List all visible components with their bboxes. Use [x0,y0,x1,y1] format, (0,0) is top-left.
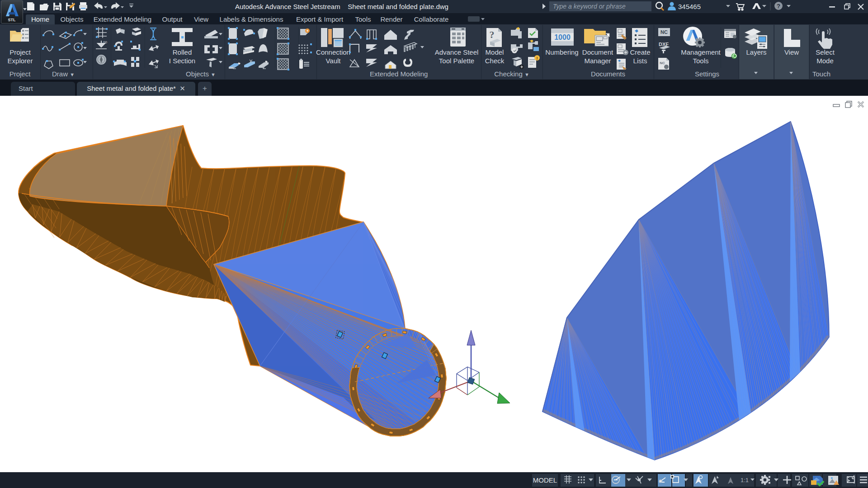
svg-text:?: ? [490,29,495,40]
svg-text:STL: STL [8,18,16,22]
svg-text:NC: NC [660,29,668,35]
svg-text:1000: 1000 [554,33,571,41]
svg-text:00: 00 [103,40,107,44]
svg-text:?: ? [777,3,780,9]
svg-text:1:1: 1:1 [741,477,749,483]
svg-text:NC: NC [660,61,665,65]
svg-text:!: ! [537,56,538,61]
